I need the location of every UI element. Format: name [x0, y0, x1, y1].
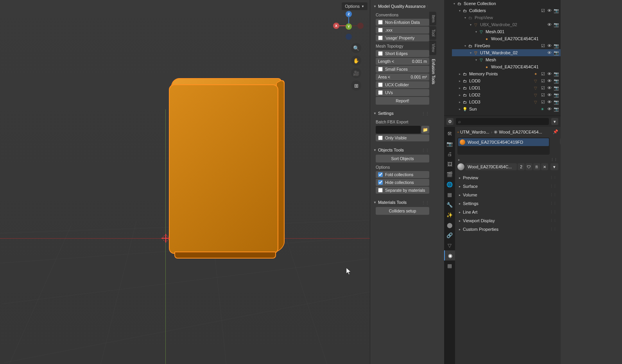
drag-handle-icon[interactable]: ⋮⋮ — [550, 219, 557, 223]
outliner-row[interactable]: ▾🗀PropView — [452, 14, 561, 21]
outliner-row[interactable]: ●Wood_EA270CE454C41 — [452, 63, 561, 70]
viewport-3d[interactable]: Options ▼ Z Y X 🔍 ✋ 🎥 ⊞ — [0, 0, 370, 364]
render-toggle-icon[interactable]: 📷 — [553, 71, 559, 77]
gizmo-axis-neg-z[interactable] — [346, 34, 352, 40]
check-xxx[interactable]: .xxx — [376, 27, 429, 34]
check-usage-property[interactable]: 'usage' Property — [376, 34, 429, 41]
section-settings[interactable]: ▼ Settings ⋮⋮ — [373, 109, 429, 117]
drag-handle-icon[interactable]: ⋮⋮ — [421, 111, 429, 116]
pin-icon[interactable]: 📌 — [553, 129, 558, 134]
disclose-icon[interactable]: ▾ — [463, 16, 468, 20]
tab-modifiers-icon[interactable]: 🔧 — [444, 200, 455, 210]
disclose-icon[interactable]: ▾ — [457, 9, 462, 12]
outliner-row[interactable]: ▸🗀LOD3▽☑👁📷 — [452, 98, 561, 105]
material-slot-item[interactable]: Wood_EA270CE454C419FD — [458, 138, 549, 146]
outliner-row[interactable]: ▾▽Mesh.001 — [452, 28, 561, 35]
render-toggle-icon[interactable]: 📷 — [553, 8, 559, 13]
camera-icon[interactable]: 🎥 — [351, 68, 361, 78]
tab-tool-icon[interactable]: 🛠 — [444, 128, 455, 139]
material-name-input[interactable]: Wood_EA270CE454C... — [465, 163, 517, 170]
fake-user-icon[interactable]: 🛡 — [525, 163, 532, 170]
render-toggle-icon[interactable]: 📷 — [553, 107, 559, 112]
tab-physics-icon[interactable]: ⬤ — [444, 220, 455, 230]
disclose-icon[interactable]: ▸ — [457, 79, 462, 83]
sort-objects-button[interactable]: Sort Objects — [376, 155, 429, 162]
render-toggle-icon[interactable]: 📷 — [553, 86, 559, 91]
outliner-row[interactable]: ▾🗀Colliders☑👁📷 — [452, 7, 561, 14]
section-line-art[interactable]: ▸Line Art⋮⋮ — [457, 208, 558, 216]
outliner-row[interactable]: ●Wood_EA270CE454C41 — [452, 35, 561, 42]
tab-scene-icon[interactable]: 🎬 — [444, 169, 455, 179]
visibility-toggle-icon[interactable]: 👁 — [547, 79, 552, 83]
drag-handle-icon[interactable]: ⋮⋮ — [550, 158, 557, 162]
outliner-row[interactable]: ▸🗀LOD2▽☑👁📷 — [452, 91, 561, 98]
browse-folder-icon[interactable]: 📁 — [421, 126, 429, 134]
tab-material-icon[interactable]: ◉ — [444, 250, 455, 261]
outliner-row[interactable]: ▸💡Sun☀👁📷 — [452, 105, 561, 112]
report-button[interactable]: Report! — [376, 97, 429, 105]
check-hide-collections[interactable]: Hide collections — [376, 179, 429, 186]
tab-view[interactable]: View — [429, 41, 436, 55]
tab-constraints-icon[interactable]: 🔗 — [444, 230, 455, 240]
visibility-toggle-icon[interactable]: 👁 — [547, 8, 552, 13]
exclude-toggle-icon[interactable]: ☑ — [540, 8, 546, 13]
outliner-row[interactable]: ▾▽Mesh — [452, 56, 561, 63]
drag-handle-icon[interactable]: ⋮⋮ — [550, 193, 557, 197]
gizmo-axis-z[interactable]: Z — [346, 11, 352, 17]
material-users-count[interactable]: 2 — [518, 163, 525, 170]
material-slot-list[interactable]: Wood_EA270CE454C419FD — [457, 137, 550, 155]
check-non-enfusion-data[interactable]: Non-Enfusion Data — [376, 19, 429, 26]
section-materials-tools[interactable]: ▼ Materials Tools ⋮⋮ — [373, 198, 429, 206]
section-model-quality-assurance[interactable]: ▼ Model Quality Assurance ⋮⋮ — [373, 2, 429, 10]
visibility-toggle-icon[interactable]: 👁 — [547, 43, 552, 48]
render-toggle-icon[interactable]: 📷 — [553, 50, 559, 55]
gizmo-axis-neg-x[interactable] — [357, 23, 364, 29]
search-input[interactable]: ⌕ — [456, 118, 549, 125]
tab-particles-icon[interactable]: ✨ — [444, 210, 455, 220]
add-material-slot-button[interactable]: + — [560, 138, 561, 145]
editor-type-icon[interactable]: ⚙ — [446, 118, 454, 125]
tab-data-icon[interactable]: ▽ — [444, 240, 455, 250]
render-toggle-icon[interactable]: 📷 — [553, 100, 559, 105]
disclose-icon[interactable]: ▸ — [457, 86, 462, 90]
tab-enfusion-tools[interactable]: Enfusion Tools — [429, 56, 436, 87]
outliner-row[interactable]: ▾▽UTM_Wardrobe_02👁📷 — [452, 49, 561, 56]
visibility-toggle-icon[interactable]: 👁 — [547, 93, 552, 97]
disclose-icon[interactable]: ▸ — [457, 93, 462, 97]
render-toggle-icon[interactable]: 📷 — [553, 22, 559, 27]
section-preview[interactable]: ▸Preview⋮⋮ — [457, 173, 558, 182]
check-short-edges[interactable]: Short Edges — [376, 50, 429, 57]
disclose-icon[interactable]: ▾ — [452, 2, 457, 5]
mesh-object[interactable] — [163, 77, 285, 258]
outliner-row[interactable]: ▾🗀FireGeo☑👁📷 — [452, 42, 561, 49]
disclose-icon[interactable]: ▸ — [457, 72, 462, 76]
check-separate-materials[interactable]: Separate by materials — [376, 187, 429, 194]
material-nav[interactable]: ▸⋮⋮ — [457, 156, 558, 163]
node-material-icon[interactable] — [457, 163, 464, 170]
check-small-faces[interactable]: Small Faces — [376, 66, 429, 73]
unlink-material-icon[interactable]: ✕ — [541, 163, 548, 170]
input-length[interactable]: Length <0.001 m — [376, 58, 429, 65]
tab-viewlayer-icon[interactable]: 🖼 — [444, 159, 455, 169]
exclude-toggle-icon[interactable]: ☑ — [540, 93, 546, 98]
visibility-toggle-icon[interactable]: 👁 — [547, 22, 552, 27]
visibility-toggle-icon[interactable]: 👁 — [547, 86, 552, 90]
tab-texture-icon[interactable]: ▩ — [444, 261, 455, 271]
gizmo-axis-x[interactable]: X — [333, 23, 339, 29]
visibility-toggle-icon[interactable]: 👁 — [547, 50, 552, 55]
export-path-input[interactable] — [376, 126, 421, 134]
disclose-icon[interactable]: ▾ — [474, 30, 479, 34]
tab-item[interactable]: Item — [429, 12, 436, 25]
zoom-icon[interactable]: 🔍 — [351, 43, 361, 53]
drag-handle-icon[interactable]: ⋮⋮ — [550, 176, 557, 180]
check-ucx-collider[interactable]: UCX Collider — [376, 81, 429, 88]
material-slot-menu-icon[interactable]: ▾ — [560, 153, 561, 159]
outliner-row[interactable]: ▸🗀LOD1▽☑👁📷 — [452, 84, 561, 91]
outliner-row[interactable]: ▾▽UBX_Wardrobe_02👁📷 — [452, 21, 561, 28]
gizmo-axis-y[interactable]: Y — [346, 23, 352, 30]
copy-material-icon[interactable]: ⎘ — [533, 163, 540, 170]
drag-handle-icon[interactable]: ⋮⋮ — [550, 202, 557, 205]
drag-handle-icon[interactable]: ⋮⋮ — [550, 210, 557, 214]
breadcrumb-material[interactable]: ◉ Wood_EA270CE454... — [494, 129, 542, 134]
render-toggle-icon[interactable]: 📷 — [553, 43, 559, 48]
